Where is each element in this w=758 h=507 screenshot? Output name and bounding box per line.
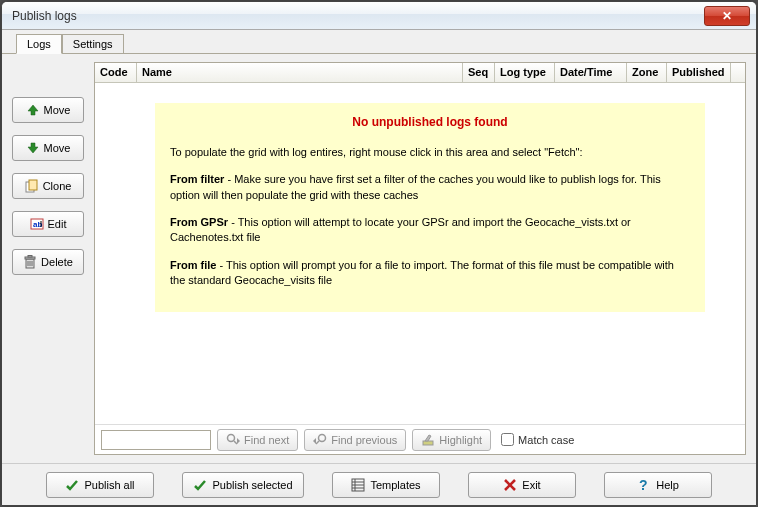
move-down-button[interactable]: Move (12, 135, 84, 161)
publish-selected-button[interactable]: Publish selected (182, 472, 304, 498)
window-title: Publish logs (12, 9, 704, 23)
match-case-checkbox[interactable] (501, 433, 514, 446)
svg-rect-9 (28, 256, 32, 258)
col-spacer (731, 63, 745, 82)
col-name[interactable]: Name (137, 63, 463, 82)
info-from-gpsr: From GPSr - This option will attempt to … (170, 215, 690, 246)
info-intro: To populate the grid with log entires, r… (170, 145, 690, 160)
search-bar: Find next Find previous Highlight M (95, 424, 745, 454)
svg-marker-15 (237, 438, 240, 444)
col-published[interactable]: Published (667, 63, 731, 82)
svg-marker-18 (313, 438, 316, 444)
edit-label: Edit (48, 218, 67, 230)
arrow-up-icon (26, 103, 40, 117)
publish-logs-window: Publish logs ✕ Logs Settings Move Move (1, 1, 757, 506)
content-area: Move Move Clone ab Edit (2, 54, 756, 463)
info-gpsr-bold: From GPSr (170, 216, 228, 228)
grid-header: Code Name Seq Log type Date/Time Zone Pu… (95, 63, 745, 83)
check-icon (193, 478, 207, 492)
col-code[interactable]: Code (95, 63, 137, 82)
publish-selected-label: Publish selected (212, 479, 292, 491)
match-case-wrap[interactable]: Match case (501, 433, 574, 446)
exit-button[interactable]: Exit (468, 472, 576, 498)
info-filter-bold: From filter (170, 173, 224, 185)
svg-point-13 (228, 434, 235, 441)
info-title: No unpublished logs found (170, 114, 690, 131)
move-down-label: Move (44, 142, 71, 154)
delete-button[interactable]: Delete (12, 249, 84, 275)
highlight-button[interactable]: Highlight (412, 429, 491, 451)
main-grid-area: Code Name Seq Log type Date/Time Zone Pu… (94, 62, 746, 455)
move-up-label: Move (44, 104, 71, 116)
find-prev-label: Find previous (331, 434, 397, 446)
exit-label: Exit (522, 479, 540, 491)
svg-point-16 (319, 434, 326, 441)
info-file-text: - This option will prompt you for a file… (170, 259, 674, 286)
info-panel: No unpublished logs found To populate th… (155, 103, 705, 312)
clone-label: Clone (43, 180, 72, 192)
info-filter-text: - Make sure you have first set a filter … (170, 173, 661, 200)
find-next-label: Find next (244, 434, 289, 446)
move-up-button[interactable]: Move (12, 97, 84, 123)
exit-icon (503, 478, 517, 492)
info-gpsr-text: - This option will attempt to locate you… (170, 216, 631, 243)
publish-all-label: Publish all (84, 479, 134, 491)
svg-marker-0 (28, 105, 38, 115)
tab-logs[interactable]: Logs (16, 34, 62, 54)
svg-line-17 (316, 441, 319, 444)
sidebar: Move Move Clone ab Edit (12, 62, 84, 455)
col-seq[interactable]: Seq (463, 63, 495, 82)
svg-rect-19 (423, 441, 433, 445)
clone-button[interactable]: Clone (12, 173, 84, 199)
svg-rect-3 (29, 180, 37, 190)
svg-marker-20 (425, 435, 431, 441)
svg-text:?: ? (639, 478, 648, 492)
info-file-bold: From file (170, 259, 216, 271)
trash-icon (23, 255, 37, 269)
clone-icon (25, 179, 39, 193)
col-datetime[interactable]: Date/Time (555, 63, 627, 82)
col-logtype[interactable]: Log type (495, 63, 555, 82)
svg-marker-1 (28, 143, 38, 153)
help-button[interactable]: ? Help (604, 472, 712, 498)
grid-body[interactable]: No unpublished logs found To populate th… (95, 83, 745, 424)
help-label: Help (656, 479, 679, 491)
find-next-icon (226, 433, 240, 447)
check-icon (65, 478, 79, 492)
info-from-file: From file - This option will prompt you … (170, 258, 690, 289)
match-case-label: Match case (518, 434, 574, 446)
highlight-icon (421, 433, 435, 447)
highlight-label: Highlight (439, 434, 482, 446)
find-next-button[interactable]: Find next (217, 429, 298, 451)
find-prev-icon (313, 433, 327, 447)
find-previous-button[interactable]: Find previous (304, 429, 406, 451)
titlebar[interactable]: Publish logs ✕ (2, 2, 756, 30)
templates-label: Templates (370, 479, 420, 491)
search-input[interactable] (101, 430, 211, 450)
info-from-filter: From filter - Make sure you have first s… (170, 172, 690, 203)
templates-icon (351, 478, 365, 492)
tab-settings[interactable]: Settings (62, 34, 124, 53)
delete-label: Delete (41, 256, 73, 268)
col-zone[interactable]: Zone (627, 63, 667, 82)
close-button[interactable]: ✕ (704, 6, 750, 26)
edit-button[interactable]: ab Edit (12, 211, 84, 237)
tab-bar: Logs Settings (2, 30, 756, 54)
arrow-down-icon (26, 141, 40, 155)
edit-icon: ab (30, 217, 44, 231)
svg-line-14 (234, 441, 237, 444)
templates-button[interactable]: Templates (332, 472, 440, 498)
help-icon: ? (637, 478, 651, 492)
close-icon: ✕ (722, 9, 732, 23)
publish-all-button[interactable]: Publish all (46, 472, 154, 498)
footer: Publish all Publish selected Templates E… (2, 463, 756, 505)
